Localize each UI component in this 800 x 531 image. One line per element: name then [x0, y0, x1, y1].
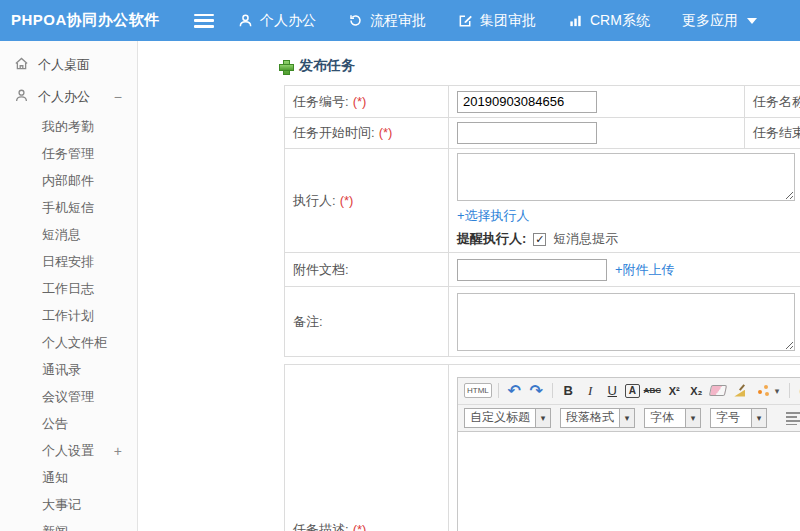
sidebar-item-internal-mail[interactable]: 内部邮件: [0, 167, 137, 194]
sidebar-item-personal-office[interactable]: 个人办公 −: [0, 81, 137, 113]
sidebar-item-notification[interactable]: 通知: [0, 464, 137, 491]
sidebar-item-label: 个人办公: [38, 88, 90, 106]
sidebar-item-work-log[interactable]: 工作日志: [0, 275, 137, 302]
start-time-field-cell: [449, 118, 745, 149]
select-executor-link[interactable]: +选择执行人: [457, 208, 530, 223]
sidebar-item-mobile-sms[interactable]: 手机短信: [0, 194, 137, 221]
sidebar-item-personal-settings[interactable]: 个人设置 +: [0, 437, 137, 464]
field-label: 任务名称:: [753, 94, 800, 109]
required-mark: (*): [353, 522, 367, 531]
editor-font-family-dropdown[interactable]: 字体 ▾: [644, 408, 701, 428]
sidebar-item-label: 个人桌面: [38, 56, 90, 74]
start-time-input[interactable]: [457, 122, 597, 144]
person-icon: [238, 13, 253, 28]
field-label: 任务编号:: [293, 94, 349, 109]
sidebar-item-label: 工作计划: [42, 307, 94, 325]
editor-format-brush-icon[interactable]: [731, 381, 750, 400]
nav-process-approval[interactable]: 流程审批: [348, 12, 426, 30]
sidebar-item-memorabilia[interactable]: 大事记: [0, 491, 137, 518]
sms-remind-option-label: 短消息提示: [553, 230, 618, 248]
sidebar-item-work-plan[interactable]: 工作计划: [0, 302, 137, 329]
task-name-label-cell: 任务名称:(*): [745, 86, 800, 118]
dropdown-value: 字体: [645, 409, 685, 427]
sidebar-item-news[interactable]: 新闻: [0, 518, 137, 531]
sidebar-item-short-message[interactable]: 短消息: [0, 221, 137, 248]
sms-remind-checkbox[interactable]: ✓: [533, 233, 546, 246]
editor-bold-button[interactable]: B: [559, 381, 578, 400]
table-row: 任务描述:(*) HTML ↶ ↷ B: [285, 365, 800, 531]
executor-field-cell: +选择执行人 提醒执行人: ✓ 短消息提示: [449, 149, 800, 253]
editor-subscript-button[interactable]: X₂: [687, 381, 706, 400]
nav-more-apps[interactable]: 更多应用: [682, 12, 757, 30]
sidebar-item-contacts[interactable]: 通讯录: [0, 356, 137, 383]
editor-strikethrough-button[interactable]: ABC: [643, 381, 662, 400]
attachment-label-cell: 附件文档:: [285, 253, 449, 287]
sidebar-item-task-management[interactable]: 任务管理: [0, 140, 137, 167]
sidebar-item-label: 通知: [42, 469, 68, 487]
editor-redo-icon[interactable]: ↷: [527, 381, 546, 400]
task-no-label-cell: 任务编号:(*): [285, 86, 449, 118]
nav-label: 流程审批: [370, 12, 426, 30]
nav-label: 个人办公: [260, 12, 316, 30]
attachment-upload-link[interactable]: +附件上传: [615, 261, 675, 279]
user-icon: [14, 88, 29, 106]
rich-text-editor: HTML ↶ ↷ B I U A ABC: [457, 377, 800, 531]
page-title: 发布任务: [299, 57, 355, 75]
required-mark: (*): [340, 193, 354, 208]
remark-field-cell: [449, 287, 800, 357]
editor-effects-caret-icon[interactable]: ▾: [775, 386, 783, 396]
chevron-down-icon: [747, 18, 757, 24]
executor-label-cell: 执行人:(*): [285, 149, 449, 253]
nav-personal-office[interactable]: 个人办公: [238, 12, 316, 30]
editor-custom-title-dropdown[interactable]: 自定义标题 ▾: [464, 408, 551, 428]
editor-align-left-icon[interactable]: [786, 411, 800, 425]
editor-content-area[interactable]: [458, 432, 800, 531]
field-label: 任务描述:: [293, 522, 349, 531]
editor-text-style-button[interactable]: A: [625, 384, 640, 398]
sidebar-item-label: 新闻: [42, 523, 68, 531]
executor-textarea[interactable]: [457, 153, 795, 201]
app-window: PHPOA协同办公软件 个人办公 流程审批 集团审批: [0, 0, 800, 531]
sidebar-item-meeting-management[interactable]: 会议管理: [0, 383, 137, 410]
table-row: 附件文档: +附件上传: [285, 253, 800, 287]
editor-html-source-button[interactable]: HTML: [464, 383, 492, 398]
editor-underline-button[interactable]: U: [603, 381, 622, 400]
dropdown-value: 字号: [711, 409, 751, 427]
remark-textarea[interactable]: [457, 293, 795, 351]
editor-paragraph-format-dropdown[interactable]: 段落格式 ▾: [560, 408, 635, 428]
sidebar: 个人桌面 个人办公 − 我的考勤 任务管理 内部邮件 手机短信 短消息 日程安排…: [0, 41, 138, 531]
sidebar-item-my-attendance[interactable]: 我的考勤: [0, 113, 137, 140]
required-mark: (*): [353, 94, 367, 109]
editor-undo-icon[interactable]: ↶: [505, 381, 524, 400]
attachment-field-cell: +附件上传: [449, 253, 800, 287]
task-no-input[interactable]: [457, 91, 597, 113]
editor-blockquote-button[interactable]: 66: [796, 381, 800, 400]
sidebar-item-announcement[interactable]: 公告: [0, 410, 137, 437]
task-no-field-cell: [449, 86, 745, 118]
sidebar-item-file-cabinet[interactable]: 个人文件柜: [0, 329, 137, 356]
start-time-label-cell: 任务开始时间:(*): [285, 118, 449, 149]
bar-chart-icon: [568, 13, 583, 28]
sidebar-item-personal-desktop[interactable]: 个人桌面: [0, 49, 137, 81]
nav-crm-system[interactable]: CRM系统: [568, 12, 650, 30]
sidebar-item-label: 短消息: [42, 226, 81, 244]
editor-superscript-button[interactable]: X²: [665, 381, 684, 400]
nav-label: 集团审批: [480, 12, 536, 30]
collapse-icon: −: [114, 89, 122, 105]
sidebar-item-label: 会议管理: [42, 388, 94, 406]
sidebar-item-label: 日程安排: [42, 253, 94, 271]
editor-italic-button[interactable]: I: [581, 381, 600, 400]
sidebar-item-label: 手机短信: [42, 199, 94, 217]
editor-effects-icon[interactable]: [753, 381, 772, 400]
edit-square-icon: [458, 13, 473, 28]
field-label: 备注:: [293, 314, 323, 329]
menu-toggle-icon[interactable]: [194, 14, 214, 28]
editor-font-size-dropdown[interactable]: 字号 ▾: [710, 408, 767, 428]
sidebar-item-schedule[interactable]: 日程安排: [0, 248, 137, 275]
field-label: 任务开始时间:: [293, 125, 375, 140]
attachment-input[interactable]: [457, 259, 607, 281]
editor-eraser-icon[interactable]: [709, 381, 728, 400]
remind-executor-label: 提醒执行人:: [457, 230, 526, 248]
nav-group-approval[interactable]: 集团审批: [458, 12, 536, 30]
description-field-cell: HTML ↶ ↷ B I U A ABC: [449, 365, 800, 531]
